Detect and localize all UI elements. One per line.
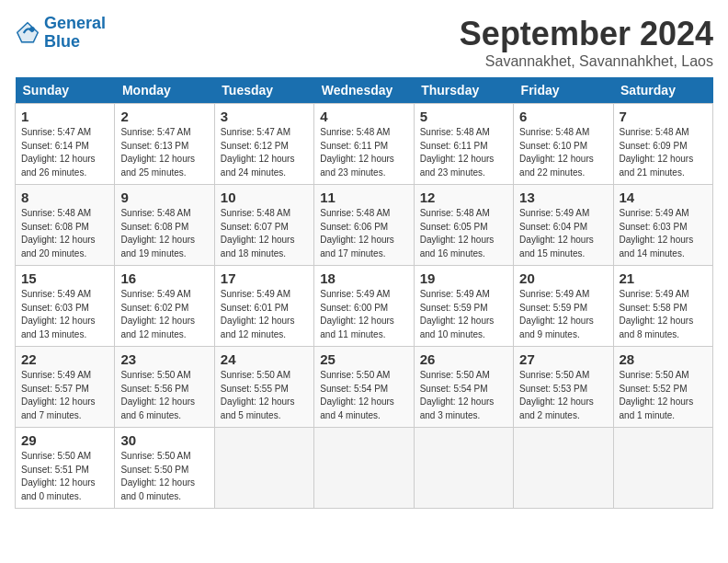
- calendar-week-row: 8 Sunrise: 5:48 AMSunset: 6:08 PMDayligh…: [16, 185, 713, 266]
- table-row: 14 Sunrise: 5:49 AMSunset: 6:03 PMDaylig…: [613, 185, 712, 266]
- day-detail: Sunrise: 5:50 AMSunset: 5:54 PMDaylight:…: [420, 370, 495, 420]
- day-number: 27: [519, 351, 607, 367]
- day-detail: Sunrise: 5:50 AMSunset: 5:56 PMDaylight:…: [120, 370, 195, 420]
- day-detail: Sunrise: 5:49 AMSunset: 6:00 PMDaylight:…: [320, 289, 394, 339]
- day-detail: Sunrise: 5:47 AMSunset: 6:14 PMDaylight:…: [21, 127, 96, 178]
- day-detail: Sunrise: 5:50 AMSunset: 5:53 PMDaylight:…: [519, 370, 594, 420]
- day-detail: Sunrise: 5:47 AMSunset: 6:12 PMDaylight:…: [221, 127, 295, 178]
- table-row: [214, 428, 313, 509]
- day-detail: Sunrise: 5:48 AMSunset: 6:06 PMDaylight:…: [320, 208, 394, 259]
- svg-marker-0: [16, 21, 39, 43]
- day-number: 23: [120, 351, 208, 367]
- table-row: [514, 428, 613, 509]
- day-detail: Sunrise: 5:49 AMSunset: 5:57 PMDaylight:…: [21, 370, 96, 420]
- table-row: [613, 428, 712, 509]
- header: General Blue September 2024 Savannakhet,…: [15, 15, 713, 70]
- day-detail: Sunrise: 5:49 AMSunset: 5:59 PMDaylight:…: [519, 289, 594, 339]
- day-number: 11: [320, 190, 407, 205]
- col-friday: Friday: [514, 77, 613, 104]
- day-number: 12: [420, 190, 507, 205]
- calendar-header-row: Sunday Monday Tuesday Wednesday Thursday…: [16, 77, 713, 104]
- day-detail: Sunrise: 5:48 AMSunset: 6:11 PMDaylight:…: [420, 127, 495, 178]
- day-detail: Sunrise: 5:49 AMSunset: 5:59 PMDaylight:…: [420, 289, 495, 339]
- day-detail: Sunrise: 5:49 AMSunset: 6:01 PMDaylight:…: [221, 289, 295, 339]
- day-number: 17: [221, 270, 308, 286]
- table-row: 4 Sunrise: 5:48 AMSunset: 6:11 PMDayligh…: [314, 104, 414, 185]
- day-number: 25: [320, 351, 407, 367]
- table-row: 22 Sunrise: 5:49 AMSunset: 5:57 PMDaylig…: [16, 347, 115, 428]
- table-row: 16 Sunrise: 5:49 AMSunset: 6:02 PMDaylig…: [115, 266, 214, 347]
- table-row: 29 Sunrise: 5:50 AMSunset: 5:51 PMDaylig…: [16, 428, 115, 509]
- day-detail: Sunrise: 5:48 AMSunset: 6:05 PMDaylight:…: [420, 208, 495, 259]
- title-section: September 2024 Savannakhet, Savannahkhet…: [460, 15, 713, 70]
- table-row: 15 Sunrise: 5:49 AMSunset: 6:03 PMDaylig…: [16, 266, 115, 347]
- table-row: 9 Sunrise: 5:48 AMSunset: 6:08 PMDayligh…: [115, 185, 214, 266]
- col-sunday: Sunday: [16, 77, 115, 104]
- table-row: 10 Sunrise: 5:48 AMSunset: 6:07 PMDaylig…: [214, 185, 313, 266]
- logo-general: General: [44, 14, 106, 32]
- table-row: [414, 428, 513, 509]
- day-detail: Sunrise: 5:48 AMSunset: 6:08 PMDaylight:…: [21, 208, 96, 259]
- day-number: 26: [420, 351, 507, 367]
- day-number: 6: [519, 109, 607, 124]
- day-detail: Sunrise: 5:49 AMSunset: 6:04 PMDaylight:…: [519, 208, 594, 259]
- day-number: 2: [120, 109, 208, 124]
- col-tuesday: Tuesday: [214, 77, 313, 104]
- table-row: 6 Sunrise: 5:48 AMSunset: 6:10 PMDayligh…: [514, 104, 613, 185]
- table-row: 18 Sunrise: 5:49 AMSunset: 6:00 PMDaylig…: [314, 266, 414, 347]
- table-row: 17 Sunrise: 5:49 AMSunset: 6:01 PMDaylig…: [214, 266, 313, 347]
- calendar-week-row: 29 Sunrise: 5:50 AMSunset: 5:51 PMDaylig…: [16, 428, 713, 509]
- day-number: 14: [620, 190, 707, 205]
- table-row: 3 Sunrise: 5:47 AMSunset: 6:12 PMDayligh…: [214, 104, 313, 185]
- table-row: 28 Sunrise: 5:50 AMSunset: 5:52 PMDaylig…: [613, 347, 712, 428]
- table-row: 25 Sunrise: 5:50 AMSunset: 5:54 PMDaylig…: [314, 347, 414, 428]
- col-thursday: Thursday: [414, 77, 513, 104]
- subtitle: Savannakhet, Savannahkhet, Laos: [460, 53, 713, 70]
- day-detail: Sunrise: 5:49 AMSunset: 6:02 PMDaylight:…: [120, 289, 195, 339]
- day-number: 18: [320, 270, 407, 286]
- day-number: 29: [21, 432, 108, 448]
- day-number: 20: [519, 270, 607, 286]
- col-saturday: Saturday: [613, 77, 712, 104]
- day-detail: Sunrise: 5:50 AMSunset: 5:55 PMDaylight:…: [221, 370, 295, 420]
- day-number: 30: [120, 432, 208, 448]
- col-wednesday: Wednesday: [314, 77, 414, 104]
- day-detail: Sunrise: 5:49 AMSunset: 5:58 PMDaylight:…: [620, 289, 694, 339]
- day-number: 10: [221, 190, 308, 205]
- day-number: 8: [21, 190, 108, 205]
- day-number: 15: [21, 270, 108, 286]
- table-row: 2 Sunrise: 5:47 AMSunset: 6:13 PMDayligh…: [115, 104, 214, 185]
- day-number: 21: [620, 270, 707, 286]
- calendar-table: Sunday Monday Tuesday Wednesday Thursday…: [15, 77, 713, 509]
- logo: General Blue: [15, 15, 106, 52]
- day-number: 16: [120, 270, 208, 286]
- day-detail: Sunrise: 5:48 AMSunset: 6:07 PMDaylight:…: [221, 208, 295, 259]
- svg-point-2: [29, 27, 35, 32]
- day-detail: Sunrise: 5:50 AMSunset: 5:52 PMDaylight:…: [620, 370, 694, 420]
- day-detail: Sunrise: 5:49 AMSunset: 6:03 PMDaylight:…: [21, 289, 96, 339]
- calendar-week-row: 15 Sunrise: 5:49 AMSunset: 6:03 PMDaylig…: [16, 266, 713, 347]
- day-detail: Sunrise: 5:48 AMSunset: 6:11 PMDaylight:…: [320, 127, 394, 178]
- day-number: 5: [420, 109, 507, 124]
- table-row: 21 Sunrise: 5:49 AMSunset: 5:58 PMDaylig…: [613, 266, 712, 347]
- day-number: 3: [221, 109, 308, 124]
- table-row: 12 Sunrise: 5:48 AMSunset: 6:05 PMDaylig…: [414, 185, 513, 266]
- day-number: 19: [420, 270, 507, 286]
- day-number: 4: [320, 109, 407, 124]
- table-row: 27 Sunrise: 5:50 AMSunset: 5:53 PMDaylig…: [514, 347, 613, 428]
- day-detail: Sunrise: 5:48 AMSunset: 6:08 PMDaylight:…: [120, 208, 195, 259]
- table-row: 5 Sunrise: 5:48 AMSunset: 6:11 PMDayligh…: [414, 104, 513, 185]
- table-row: 26 Sunrise: 5:50 AMSunset: 5:54 PMDaylig…: [414, 347, 513, 428]
- table-row: 11 Sunrise: 5:48 AMSunset: 6:06 PMDaylig…: [314, 185, 414, 266]
- col-monday: Monday: [115, 77, 214, 104]
- logo-blue: Blue: [44, 32, 80, 51]
- table-row: 1 Sunrise: 5:47 AMSunset: 6:14 PMDayligh…: [16, 104, 115, 185]
- day-detail: Sunrise: 5:49 AMSunset: 6:03 PMDaylight:…: [620, 208, 694, 259]
- day-detail: Sunrise: 5:50 AMSunset: 5:54 PMDaylight:…: [320, 370, 394, 420]
- day-number: 7: [620, 109, 707, 124]
- day-number: 28: [620, 351, 707, 367]
- day-number: 24: [221, 351, 308, 367]
- table-row: 30 Sunrise: 5:50 AMSunset: 5:50 PMDaylig…: [115, 428, 214, 509]
- day-number: 13: [519, 190, 607, 205]
- day-number: 1: [21, 109, 108, 124]
